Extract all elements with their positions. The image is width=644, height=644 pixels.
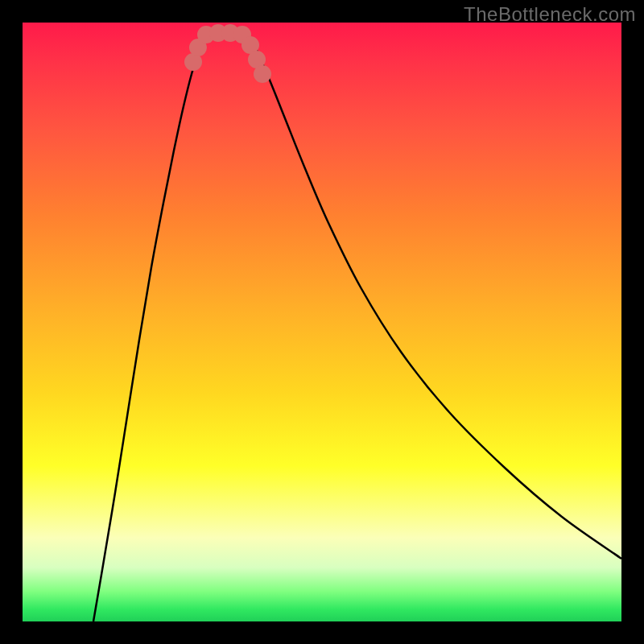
chart-area: [23, 23, 621, 621]
curve-right-path: [248, 35, 621, 559]
marker-dot: [254, 65, 271, 83]
chart-svg: [23, 23, 621, 621]
curve-left-path: [93, 35, 206, 621]
watermark-label: TheBottleneck.com: [464, 3, 636, 26]
marker-group: [184, 24, 271, 83]
